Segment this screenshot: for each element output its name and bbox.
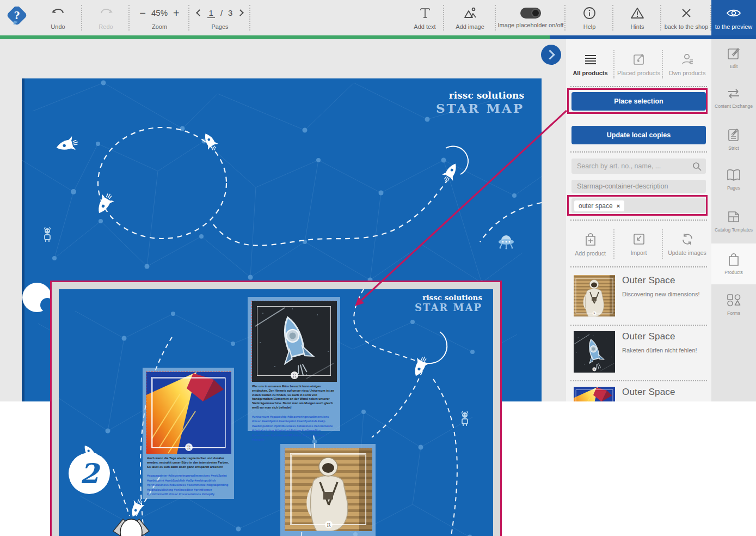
back-to-shop-button[interactable]: back to the shop [661, 0, 711, 35]
nav-item-content-exchange[interactable]: Content Exchange [711, 87, 756, 109]
placed-products-icon [632, 53, 646, 66]
search-icon [692, 162, 702, 171]
nav-item-content-exchange-label: Content Exchange [715, 103, 753, 109]
update-images-button[interactable]: Update images [663, 226, 711, 262]
progress-strip-green [0, 35, 550, 39]
zoom-out-button[interactable]: − [139, 8, 146, 19]
image-icon [463, 6, 477, 20]
placed-hashtags-rocket: #universum #spaceship #discoveringnewdim… [252, 415, 336, 442]
tutorial-preview-page: rissc solutions STAR MAP 2 Wer uns in un… [59, 289, 493, 536]
nav-item-strict[interactable]: Strict [711, 128, 756, 151]
tag-remove-icon[interactable]: × [617, 203, 620, 209]
product-item-1[interactable]: Outer Space Discovering new dimensions! [574, 275, 707, 316]
book-icon [726, 169, 741, 182]
bag-plus-icon [584, 232, 597, 246]
tag-chip[interactable]: outer space × [574, 200, 624, 211]
undo-label: Undo [51, 23, 65, 30]
hints-label: Hints [630, 23, 644, 30]
add-text-label: Add text [414, 23, 435, 30]
product-tabs: All products Placed products Own product… [566, 44, 711, 85]
product-actions: Add product Import Update images [566, 226, 711, 262]
printformer-logo-icon: ? [6, 7, 28, 29]
placed-image-astronaut [285, 448, 372, 531]
image-placeholder-toggle[interactable] [520, 8, 541, 19]
progress-strip [0, 35, 756, 39]
tag-filter-field[interactable]: outer space × [571, 198, 706, 213]
tab-own-products[interactable]: Own products [663, 44, 711, 85]
divider [570, 86, 707, 87]
product-item-3[interactable]: Outer Space [574, 387, 707, 401]
category-field[interactable]: Starmap-container-description [571, 180, 706, 193]
tab-all-products-label: All products [573, 70, 607, 76]
nav-item-forms[interactable]: Forms [711, 293, 756, 316]
placed-text-rocket: Wer uns in unserem Büro besucht kann ein… [252, 385, 336, 410]
add-image-button[interactable]: Add image [444, 0, 496, 35]
person-icon [681, 53, 694, 66]
placed-container-astronaut [280, 444, 376, 536]
module-nav: Edit Content Exchange Strict Pages Catal… [711, 39, 756, 401]
shapes-icon [726, 293, 741, 307]
zoom-in-button[interactable]: + [173, 8, 180, 19]
module-nav-section-top: Edit Content Exchange Strict Pages Catal… [711, 39, 756, 243]
canvas-brand-line2: STAR MAP [436, 101, 524, 115]
page-separator: / [220, 8, 223, 17]
to-preview-button[interactable]: to the preview [711, 0, 756, 35]
help-button[interactable]: Help [566, 0, 613, 35]
edit-icon [727, 46, 741, 60]
nav-item-products-label: Products [724, 270, 743, 275]
add-text-button[interactable]: Add text [405, 0, 444, 35]
module-nav-section-active: Products [711, 243, 756, 284]
next-page-button[interactable] [237, 9, 244, 16]
canvas-brand-line1: rissc solutions [436, 90, 524, 101]
product-item-2[interactable]: Outer Space Raketen dürfen nicht fehlen! [574, 331, 707, 373]
product-thumb-lava [574, 387, 615, 401]
divider [570, 151, 707, 153]
add-product-button[interactable]: Add product [566, 226, 614, 262]
divider [570, 220, 707, 221]
preview-brand: rissc solutions STAR MAP [415, 294, 482, 313]
to-preview-label: to the preview [715, 23, 752, 30]
nav-item-pages-label: Pages [727, 185, 740, 191]
nav-item-catalog-templates[interactable]: Catalog Templates [711, 210, 756, 233]
nav-item-pages[interactable]: Pages [711, 169, 756, 191]
nav-item-edit[interactable]: Edit [711, 46, 756, 69]
tab-all-products[interactable]: All products [566, 44, 614, 85]
import-label: Import [631, 249, 647, 256]
import-button[interactable]: Import [614, 226, 663, 262]
sidebar-collapse-button[interactable] [541, 45, 561, 65]
zoom-control: − 45% + Zoom [130, 0, 189, 35]
pages-label: Pages [211, 23, 228, 30]
tab-placed-products[interactable]: Placed products [614, 44, 663, 85]
nav-item-products[interactable]: Products [711, 252, 756, 275]
place-selection-button[interactable]: Place selection [571, 92, 706, 111]
redo-button[interactable]: Redo [82, 0, 130, 35]
image-placeholder-label: Image placeholder on/off [498, 22, 564, 28]
redo-label: Redo [99, 23, 113, 30]
back-to-shop-label: back to the shop [665, 23, 709, 30]
help-label: Help [583, 23, 596, 30]
layout-icon [727, 210, 741, 224]
svg-text:?: ? [14, 10, 20, 21]
tab-own-products-label: Own products [669, 70, 706, 76]
top-toolbar: ? Undo Redo − 45% + Zoom 1 / 3 Pages [0, 0, 756, 35]
tag-chip-label: outer space [579, 202, 613, 210]
placed-image-lava [146, 371, 231, 453]
zoom-value: 45% [151, 8, 168, 17]
hints-button[interactable]: Hints [613, 0, 661, 35]
add-image-label: Add image [456, 23, 484, 30]
redo-icon [99, 6, 113, 20]
product-description: Raketen dürfen nicht fehlen! [622, 347, 697, 354]
products-sidebar: All products Placed products Own product… [566, 39, 711, 401]
update-local-copies-button[interactable]: Update local copies [571, 126, 706, 144]
nav-item-strict-label: Strict [728, 145, 739, 151]
undo-button[interactable]: Undo [34, 0, 82, 35]
prev-page-button[interactable] [196, 9, 203, 16]
placed-hashtags-lava: #spacepainter #discoveringnewdimensions … [147, 473, 230, 496]
update-images-label: Update images [668, 249, 706, 256]
search-input[interactable] [571, 159, 706, 174]
nav-item-edit-label: Edit [730, 64, 738, 69]
toggle-knob [531, 9, 540, 17]
divider [570, 325, 707, 326]
product-title: Outer Space [622, 387, 675, 398]
rissc-logo-badge: 2 [69, 453, 110, 494]
